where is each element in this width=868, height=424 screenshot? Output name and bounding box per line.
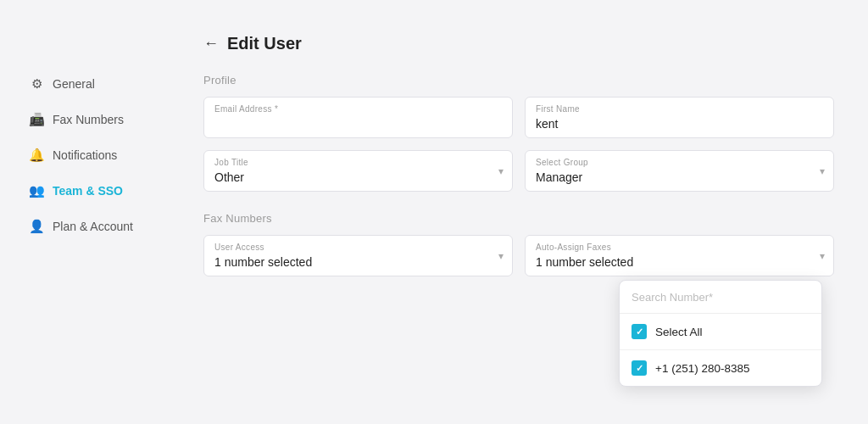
search-number-input[interactable]: [632, 291, 810, 304]
email-label: Email Address *: [214, 104, 502, 114]
group-label: Select Group: [536, 158, 810, 167]
dropdown-search-container[interactable]: [620, 281, 821, 314]
group-dropdown[interactable]: Select Group Manager ▾: [525, 150, 834, 192]
fax-icon: 📠: [29, 112, 44, 127]
sidebar-item-label: Notifications: [53, 148, 117, 162]
dropdown-option-select-all[interactable]: Select All: [620, 314, 821, 350]
back-button[interactable]: ←: [203, 35, 219, 53]
useraccess-chevron-icon: ▾: [498, 250, 504, 262]
firstname-value: kent: [536, 117, 823, 131]
number-1-label: +1 (251) 280-8385: [655, 362, 749, 375]
page-header: ← Edit User: [203, 34, 834, 53]
sidebar-item-general[interactable]: ⚙ General: [17, 68, 170, 100]
firstname-label: First Name: [536, 104, 823, 114]
fax-form: User Access 1 number selected ▾ Auto-Ass…: [203, 235, 834, 276]
sidebar-item-label: Fax Numbers: [53, 113, 124, 126]
useraccess-label: User Access: [214, 243, 488, 252]
sidebar-item-plan-account[interactable]: 👤 Plan & Account: [17, 210, 170, 243]
firstname-field[interactable]: First Name kent: [525, 97, 834, 138]
gear-icon: ⚙: [29, 76, 44, 92]
fax-section-label: Fax Numbers: [203, 212, 834, 225]
sidebar-item-label: Plan & Account: [53, 220, 133, 233]
sidebar-item-label: General: [53, 77, 95, 91]
sidebar: ⚙ General 📠 Fax Numbers 🔔 Notifications …: [0, 0, 170, 424]
jobtitle-chevron-icon: ▾: [498, 165, 504, 177]
useraccess-value: 1 number selected: [214, 255, 488, 269]
autoassign-value: 1 number selected: [536, 255, 810, 269]
account-icon: 👤: [29, 219, 44, 234]
select-all-label: Select All: [655, 326, 703, 338]
autoassign-label: Auto-Assign Faxes: [536, 243, 810, 252]
sidebar-item-notifications[interactable]: 🔔 Notifications: [17, 139, 170, 171]
profile-form: Email Address * First Name kent Job Titl…: [203, 97, 834, 192]
autoassign-chevron-icon: ▾: [820, 250, 825, 262]
email-field[interactable]: Email Address *: [203, 97, 513, 138]
sidebar-item-label: Team & SSO: [53, 184, 123, 198]
useraccess-dropdown[interactable]: User Access 1 number selected ▾: [203, 235, 513, 276]
sidebar-item-fax-numbers[interactable]: 📠 Fax Numbers: [17, 103, 170, 136]
jobtitle-dropdown[interactable]: Job Title Other ▾: [203, 150, 513, 192]
number-dropdown-popup: Select All +1 (251) 280-8385: [619, 280, 822, 387]
autoassign-dropdown[interactable]: Auto-Assign Faxes 1 number selected ▾: [525, 235, 834, 276]
team-icon: 👥: [29, 183, 44, 198]
bell-icon: 🔔: [29, 148, 44, 163]
dropdown-option-number-1[interactable]: +1 (251) 280-8385: [620, 350, 821, 386]
group-value: Manager: [536, 170, 810, 184]
main-content: ← Edit User Profile Email Address * Firs…: [170, 0, 868, 424]
page-title: Edit User: [227, 34, 302, 53]
jobtitle-value: Other: [214, 170, 488, 184]
profile-section-label: Profile: [203, 74, 834, 86]
group-chevron-icon: ▾: [820, 165, 825, 177]
select-all-checkbox[interactable]: [632, 324, 647, 339]
sidebar-item-team-sso[interactable]: 👥 Team & SSO: [17, 175, 170, 207]
jobtitle-label: Job Title: [214, 158, 488, 167]
number-1-checkbox[interactable]: [632, 360, 647, 376]
